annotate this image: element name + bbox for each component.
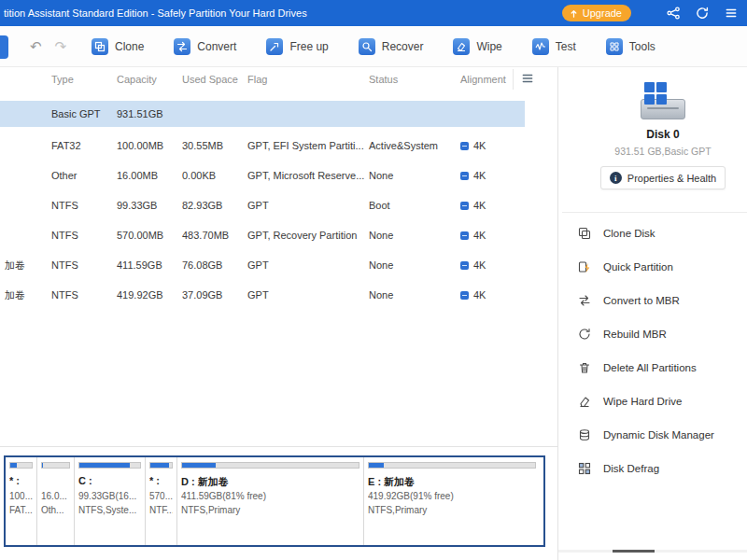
action-wipe-hard-drive[interactable]: Wipe Hard Drive	[558, 385, 747, 418]
disk-name: Disk 0	[588, 128, 738, 141]
properties-label: Properties & Health	[627, 173, 716, 184]
cut-off-toolbar-button[interactable]	[0, 35, 8, 59]
upgrade-arrow-icon	[569, 8, 579, 19]
free-up-icon	[266, 38, 283, 55]
wipe-icon	[453, 38, 470, 55]
action-rebuild-mbr[interactable]: Rebuild MBR	[558, 317, 747, 351]
disk-map-panel: * : 100... FAT... 16.0... Oth... C : 99.…	[0, 446, 557, 560]
dynamic-disk-manager-icon	[578, 428, 591, 441]
usage-bar	[149, 462, 173, 469]
table-row[interactable]: 加卷 NTFS 411.59GB 76.08GB GPT None 4K	[0, 250, 557, 280]
clone-icon	[92, 38, 108, 55]
alignment-icon	[460, 231, 469, 240]
sync-icon[interactable]	[696, 7, 709, 20]
info-icon	[610, 172, 622, 184]
convert-button[interactable]: Convert	[174, 38, 236, 55]
partition-block[interactable]: D : 新加卷 411.59GB(81% free) NTFS,Primary	[177, 457, 364, 545]
clone-label: Clone	[115, 40, 144, 53]
column-status: Status	[364, 74, 456, 85]
menu-icon[interactable]	[725, 7, 738, 20]
undo-redo-group: ↶ ↷	[30, 26, 66, 67]
table-row[interactable]: Other 16.00MB 0.00KB GPT, Microsoft Rese…	[0, 161, 557, 190]
undo-icon[interactable]: ↶	[30, 38, 42, 55]
redo-icon[interactable]: ↷	[55, 38, 67, 55]
upgrade-button[interactable]: Upgrade	[562, 5, 631, 21]
wipe-button[interactable]: Wipe	[453, 38, 501, 55]
disk-map-selected: * : 100... FAT... 16.0... Oth... C : 99.…	[4, 455, 545, 547]
usage-bar	[9, 462, 33, 469]
disk-type: Basic GPT	[47, 108, 112, 119]
convert-to-mbr-icon	[578, 294, 591, 307]
action-delete-all-partitions[interactable]: Delete All Partitions	[558, 351, 747, 385]
usage-bar	[368, 462, 536, 469]
wipe-hard-drive-icon	[578, 395, 591, 408]
alignment-icon	[460, 172, 469, 180]
test-icon	[532, 38, 549, 55]
properties-health-button[interactable]: Properties & Health	[600, 166, 726, 189]
convert-icon	[174, 38, 190, 55]
tools-button[interactable]: Tools	[606, 38, 655, 55]
share-nodes-icon[interactable]	[667, 7, 680, 20]
action-dynamic-disk-manager[interactable]: Dynamic Disk Manager	[558, 418, 747, 452]
action-quick-partition[interactable]: Quick Partition	[558, 250, 747, 284]
partition-table: Type Capacity Used Space Flag Status Ali…	[0, 67, 557, 446]
table-header: Type Capacity Used Space Flag Status Ali…	[0, 67, 557, 91]
recover-button[interactable]: Recover	[359, 38, 424, 55]
column-capacity: Capacity	[112, 74, 177, 85]
sidebar-scrollbar-track	[558, 550, 747, 553]
wipe-label: Wipe	[476, 40, 501, 53]
convert-label: Convert	[197, 40, 236, 53]
delete-all-partitions-icon	[578, 361, 591, 374]
action-convert-to-mbr[interactable]: Convert to MBR	[558, 284, 747, 317]
toolbar-buttons: Clone Convert Free up Recover Wipe Test …	[92, 26, 655, 67]
action-clone-disk[interactable]: Clone Disk	[558, 217, 747, 250]
sidebar: Disk 0 931.51 GB,Basic GPT Properties & …	[558, 67, 747, 560]
clone-button[interactable]: Clone	[92, 38, 144, 55]
partition-block[interactable]: * : 570... NTF...	[146, 457, 177, 545]
column-alignment: Alignment	[456, 74, 507, 85]
partition-block[interactable]: * : 100... FAT...	[6, 457, 37, 545]
titlebar: tition Assistant Standard Edition - Safe…	[0, 0, 747, 26]
action-disk-defrag[interactable]: Disk Defrag	[558, 452, 747, 485]
table-row[interactable]: NTFS 570.00MB 483.70MB GPT, Recovery Par…	[0, 220, 557, 250]
column-type: Type	[47, 74, 112, 85]
partition-block[interactable]: E : 新加卷 419.92GB(91% free) NTFS,Primary	[364, 457, 540, 545]
column-used-space: Used Space	[177, 74, 243, 85]
table-row[interactable]: FAT32 100.00MB 30.55MB GPT, EFI System P…	[0, 131, 557, 161]
disk-actions: Clone Disk Quick Partition Convert to MB…	[558, 217, 747, 485]
usage-bar	[41, 462, 70, 469]
disk-defrag-icon	[578, 462, 591, 475]
test-label: Test	[556, 40, 576, 53]
toolbar: ↶ ↷ Clone Convert Free up Recover Wipe T…	[0, 26, 747, 67]
disk-card[interactable]: Disk 0 931.51 GB,Basic GPT Properties & …	[588, 82, 738, 189]
disk-summary-row[interactable]: Basic GPT 931.51GB	[0, 101, 525, 127]
recover-icon	[359, 38, 375, 55]
alignment-icon	[460, 291, 469, 300]
free-up-button[interactable]: Free up	[266, 38, 328, 55]
partition-rows: FAT32 100.00MB 30.55MB GPT, EFI System P…	[0, 131, 557, 310]
disk-capacity: 931.51GB	[112, 108, 177, 119]
tools-label: Tools	[629, 40, 655, 53]
disk-info: 931.51 GB,Basic GPT	[588, 146, 738, 157]
titlebar-icons	[667, 0, 738, 26]
recover-label: Recover	[382, 40, 424, 53]
partition-block[interactable]: 16.0... Oth...	[37, 457, 75, 545]
usage-bar	[181, 462, 359, 469]
column-chooser-icon[interactable]	[513, 69, 542, 90]
tools-icon	[606, 38, 623, 55]
free-up-label: Free up	[289, 40, 328, 53]
app-logo-icon	[644, 82, 667, 105]
sidebar-scrollbar-thumb[interactable]	[613, 550, 655, 553]
alignment-icon	[460, 202, 469, 210]
table-row[interactable]: 加卷 NTFS 419.92GB 37.09GB GPT None 4K	[0, 280, 557, 310]
test-button[interactable]: Test	[532, 38, 576, 55]
quick-partition-icon	[578, 260, 591, 273]
column-flag: Flag	[243, 74, 364, 85]
window-title: tition Assistant Standard Edition - Safe…	[4, 7, 307, 19]
alignment-icon	[460, 142, 469, 150]
rebuild-mbr-icon	[578, 328, 591, 341]
clone-disk-icon	[578, 227, 591, 240]
partition-block[interactable]: C : 99.33GB(16... NTFS,Syste...	[75, 457, 146, 545]
upgrade-label: Upgrade	[583, 7, 622, 19]
table-row[interactable]: NTFS 99.33GB 82.93GB GPT Boot 4K	[0, 190, 557, 220]
